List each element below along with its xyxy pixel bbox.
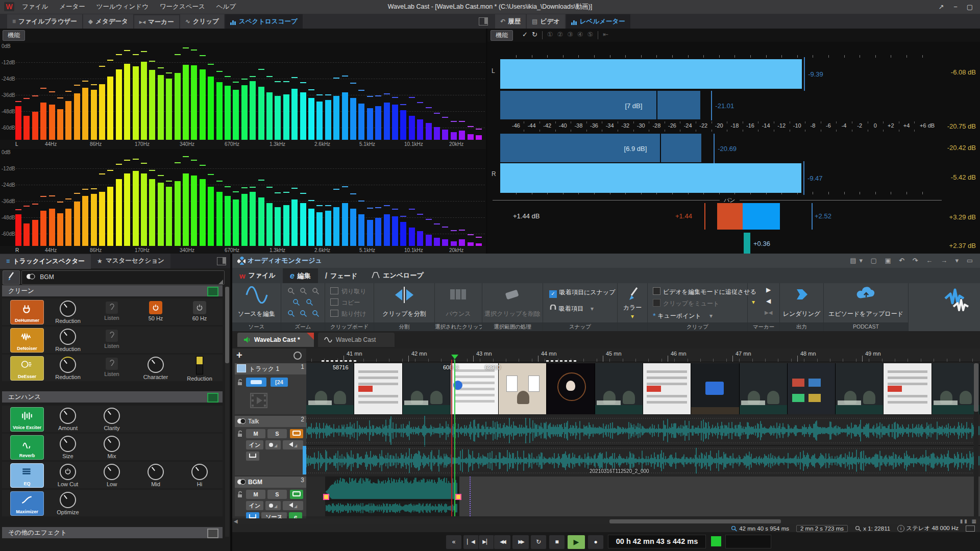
right-panel-tab[interactable]: ↶履歴 <box>495 14 526 29</box>
window-icon[interactable] <box>207 393 218 403</box>
track-focus-icon[interactable] <box>293 352 302 360</box>
envelope-button[interactable] <box>246 452 259 461</box>
effect-tile-maximizer[interactable]: Maximizer <box>10 491 44 516</box>
scroll-left-icon[interactable]: ◀ <box>234 518 238 524</box>
effect-control[interactable]: Reduction <box>46 356 90 380</box>
knob-icon[interactable] <box>148 464 164 480</box>
track-name-strip[interactable]: BGM <box>235 477 306 488</box>
effect-control[interactable]: Listen <box>90 328 134 349</box>
left-panel-tab[interactable]: ∿クリップ <box>180 14 224 29</box>
mute-button[interactable]: M <box>246 429 265 438</box>
bgm-clip-waveform[interactable] <box>325 477 459 516</box>
effect-tile-reverb[interactable]: Reverb <box>10 435 44 460</box>
mute-clip-checkbox[interactable]: クリップをミュート <box>653 299 719 308</box>
listen-icon[interactable] <box>106 302 118 314</box>
record-button[interactable]: ◢ <box>265 440 281 449</box>
playhead-marker-icon[interactable] <box>451 355 458 359</box>
solo-button[interactable]: S <box>267 490 287 499</box>
left-panel-tab[interactable]: ▶◀マーカー <box>134 15 179 30</box>
section-header[interactable]: クリーン <box>2 285 223 296</box>
knob-icon[interactable] <box>60 329 76 345</box>
zoom-tool-icon[interactable] <box>306 298 314 307</box>
effect-control[interactable]: Character <box>134 356 178 380</box>
transport-stop-button[interactable]: ■ <box>549 535 565 549</box>
zoom-tool-icon[interactable] <box>287 310 296 318</box>
effect-tile-eq[interactable]: EQ <box>10 463 44 488</box>
transport-forward-button[interactable]: ▶▶ <box>512 535 529 549</box>
mute-button[interactable]: M <box>246 490 265 499</box>
bounce-button[interactable]: バウンス <box>435 310 482 318</box>
input-button[interactable]: イン <box>246 440 263 449</box>
checkbox-checked-icon[interactable]: ✓ <box>549 290 557 298</box>
right-panel-tab[interactable]: レベルメーター <box>566 14 630 29</box>
follow-video-checkbox[interactable]: ビデオを編集モードに追従させる <box>653 287 756 296</box>
zoom-tool-icon[interactable] <box>287 287 296 295</box>
envelope-handle[interactable] <box>455 494 461 500</box>
input-button[interactable]: イン <box>246 501 263 510</box>
color-dropdown-icon[interactable]: ▾ <box>618 313 647 320</box>
effect-control[interactable]: Low <box>90 463 134 487</box>
effect-tile-voice-exciter[interactable]: Voice Exciter <box>10 407 44 432</box>
upload-episode-button[interactable]: エピソードをアップロード <box>824 310 908 318</box>
zoom-tool-icon[interactable] <box>292 298 301 307</box>
effect-control[interactable]: Hi <box>178 463 222 487</box>
refresh-icon[interactable]: ↻ <box>530 30 540 39</box>
clipboard-item[interactable]: 切り取り <box>330 287 366 296</box>
preset-4[interactable]: ④ <box>575 30 585 39</box>
document-tab[interactable]: WaveLab Cast <box>318 333 395 347</box>
marker-pair-icon[interactable]: ▶◀ <box>765 310 772 315</box>
lock-open-icon[interactable] <box>237 379 243 386</box>
checkbox-icon[interactable] <box>653 299 660 307</box>
checkbox-icon[interactable] <box>653 287 660 295</box>
effect-control[interactable]: Reduction <box>46 328 90 352</box>
snap-target-dropdown[interactable]: 吸着項目▾ <box>549 305 594 313</box>
next-marker-icon[interactable]: ▶ <box>766 286 771 293</box>
knob-icon[interactable] <box>191 464 208 480</box>
effect-control[interactable]: Mid <box>134 463 178 487</box>
playhead[interactable] <box>454 360 455 516</box>
power-button[interactable] <box>193 301 206 314</box>
snap-checkbox[interactable]: ✓吸着項目にスナップ <box>549 288 615 298</box>
effect-tile-deesser[interactable]: DeEsser <box>10 356 44 381</box>
listen-icon[interactable] <box>106 330 118 342</box>
zoom-level[interactable]: x 1: 22811 <box>855 525 890 532</box>
clipboard-item[interactable]: 貼り付け <box>330 310 366 318</box>
effect-tile-denoiser[interactable]: DeNoiser <box>10 328 44 353</box>
transport-rewind-button[interactable]: ◀◀ <box>494 535 511 549</box>
section-header[interactable]: その他のエフェクト <box>2 527 223 538</box>
pane-layout-icon[interactable] <box>479 17 488 26</box>
transport-record-button[interactable]: ● <box>587 535 604 549</box>
track-name-strip[interactable]: トラック 1 <box>235 363 306 374</box>
reset-icon[interactable]: ⇤ <box>601 30 610 39</box>
level-meter-function-button[interactable]: 機能 <box>491 30 513 41</box>
effect-control[interactable]: Amount <box>46 407 90 431</box>
window-icon[interactable] <box>207 529 218 538</box>
preset-2[interactable]: ② <box>555 30 565 39</box>
listen-icon[interactable] <box>106 358 118 370</box>
preset-5[interactable]: ⑤ <box>585 30 595 39</box>
transport-play-button[interactable]: ▶ <box>567 535 585 549</box>
zoom-tool-icon[interactable] <box>300 310 308 318</box>
document-tab[interactable]: WaveLab Cast * <box>237 333 314 347</box>
effect-control[interactable]: Clarity <box>90 407 134 431</box>
preset-1[interactable]: ① <box>545 30 555 39</box>
effect-control[interactable]: Mix <box>90 435 134 459</box>
pin-icon[interactable]: ↗ <box>934 0 948 14</box>
knob-icon[interactable] <box>148 357 164 373</box>
right-panel-tab[interactable]: ▤ビデオ <box>527 14 565 29</box>
track-name-strip[interactable]: Talk <box>235 416 306 427</box>
record-button[interactable]: ◢ <box>265 501 281 510</box>
envelope-handle[interactable] <box>323 494 329 500</box>
knob-icon[interactable] <box>60 408 76 424</box>
scroll-tools-icons[interactable]: ▮▮ ▦ <box>960 518 978 524</box>
ribbon-tab[interactable]: エンベロープ <box>364 268 431 283</box>
add-track-button[interactable]: + <box>236 349 242 361</box>
delete-clips-button[interactable]: 選択クリップを削除 <box>482 310 543 318</box>
clipboard-item[interactable]: コピー <box>330 298 360 307</box>
effect-control[interactable]: Optimize <box>46 491 90 515</box>
ribbon-tab[interactable]: wファイル <box>232 268 283 283</box>
pane-layout-icon[interactable] <box>217 257 226 265</box>
display-mode-icon[interactable] <box>966 525 975 532</box>
effect-control[interactable]: Reduction <box>46 300 90 324</box>
spectroscope-function-button[interactable]: 機能 <box>3 30 25 41</box>
